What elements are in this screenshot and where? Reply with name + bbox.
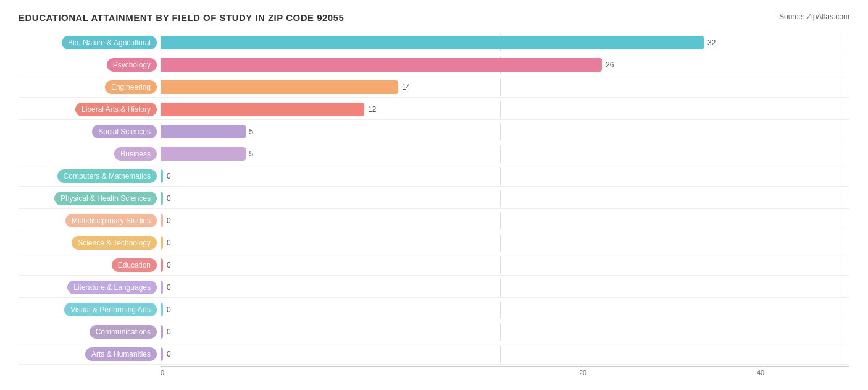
bar-row: Business5 (19, 143, 849, 164)
bar-label-text: Social Sciences (92, 125, 157, 138)
chart-source: Source: ZipAtlas.com (779, 12, 849, 21)
bar-label: Communications (19, 325, 161, 339)
bar (161, 236, 163, 250)
bar-area: 0 (161, 279, 849, 296)
bar-label: Multidisciplinary Studies (19, 214, 161, 227)
bar-label-text: Visual & Performing Arts (64, 303, 157, 316)
bar-row: Visual & Performing Arts0 (19, 299, 849, 320)
bar-area: 32 (161, 34, 849, 51)
bar-row: Multidisciplinary Studies0 (19, 210, 849, 231)
bar-row: Physical & Health Sciences0 (19, 188, 849, 209)
bar-value: 5 (249, 150, 254, 158)
x-tick: 40 (672, 369, 849, 376)
bar-label-text: Communications (90, 325, 157, 339)
bar-label-text: Computers & Mathematics (57, 169, 157, 183)
bar-value: 0 (167, 172, 171, 180)
bar-row: Bio, Nature & Agricultural32 (19, 32, 849, 53)
bar-area: 26 (161, 56, 849, 74)
x-axis: 02040 (161, 366, 849, 376)
bar (161, 125, 246, 138)
chart-container: Bio, Nature & Agricultural32Psychology26… (19, 32, 849, 376)
bar-label: Psychology (19, 58, 161, 72)
bar-label-text: Literature & Languages (67, 281, 157, 294)
bar-row: Liberal Arts & History12 (19, 99, 849, 120)
bar (161, 58, 602, 72)
bar-value: 0 (167, 261, 171, 269)
bar-row: Science & Technology0 (19, 232, 849, 253)
bar-value: 0 (167, 194, 171, 203)
bar-label-text: Psychology (107, 58, 157, 72)
bar-label-text: Physical & Health Sciences (54, 192, 157, 205)
bar-area: 0 (161, 234, 849, 252)
bar-label: Engineering (19, 80, 161, 94)
bar-value: 0 (167, 350, 171, 358)
bar-label-text: Engineering (105, 80, 157, 94)
chart-title: EDUCATIONAL ATTAINMENT BY FIELD OF STUDY… (19, 12, 344, 23)
bar (161, 258, 163, 272)
bar-row: Computers & Mathematics0 (19, 166, 849, 187)
bar-row: Literature & Languages0 (19, 277, 849, 298)
bar-label-text: Education (112, 258, 157, 272)
bar-label: Physical & Health Sciences (19, 192, 161, 205)
bar-label-text: Arts & Humanities (85, 347, 157, 361)
bar (161, 169, 163, 183)
bar-label-text: Bio, Nature & Agricultural (62, 36, 157, 49)
bar (161, 281, 163, 294)
bar-label: Bio, Nature & Agricultural (19, 36, 161, 49)
bar (161, 80, 398, 94)
bar-area: 0 (161, 323, 849, 341)
bar-value: 32 (707, 38, 716, 47)
bar-label-text: Business (114, 147, 157, 161)
bar-area: 0 (161, 190, 849, 207)
bar-row: Arts & Humanities0 (19, 344, 849, 365)
bar-value: 0 (167, 305, 171, 314)
bar-value: 0 (167, 216, 171, 225)
bar-value: 12 (368, 105, 376, 114)
bar (161, 325, 163, 339)
bar-label: Visual & Performing Arts (19, 303, 161, 316)
bar-area: 0 (161, 212, 849, 229)
bar-value: 0 (167, 283, 171, 292)
bar-label: Education (19, 258, 161, 272)
bar-row: Engineering14 (19, 77, 849, 98)
bar-row: Education0 (19, 255, 849, 276)
bar-label-text: Multidisciplinary Studies (65, 214, 157, 227)
bar-label-text: Science & Technology (72, 236, 157, 250)
bar (161, 147, 246, 161)
bar-area: 5 (161, 145, 849, 163)
bar-label: Science & Technology (19, 236, 161, 250)
bar-area: 0 (161, 167, 849, 185)
bar (161, 214, 163, 227)
bar-area: 0 (161, 301, 849, 318)
bar-area: 0 (161, 256, 849, 274)
bar-area: 0 (161, 345, 849, 363)
bar-row: Social Sciences5 (19, 121, 849, 142)
bar (161, 103, 364, 116)
bar-area: 5 (161, 123, 849, 140)
bar (161, 303, 163, 316)
x-tick: 20 (494, 369, 672, 376)
bar-chart: Bio, Nature & Agricultural32Psychology26… (19, 32, 849, 365)
bar-area: 12 (161, 101, 849, 118)
bar-label: Business (19, 147, 161, 161)
bar-row: Communications0 (19, 321, 849, 342)
bar-value: 0 (167, 328, 171, 336)
bar-label: Liberal Arts & History (19, 103, 161, 116)
bar-area: 14 (161, 78, 849, 96)
bar-label: Computers & Mathematics (19, 169, 161, 183)
bar-label-text: Liberal Arts & History (75, 103, 157, 116)
bar (161, 36, 704, 49)
bar-value: 0 (167, 239, 171, 247)
bar-value: 26 (606, 61, 614, 69)
bar (161, 347, 163, 361)
bar-value: 14 (402, 83, 410, 91)
bar-value: 5 (249, 127, 254, 136)
bar-label: Arts & Humanities (19, 347, 161, 361)
bar-label: Social Sciences (19, 125, 161, 138)
bar (161, 192, 163, 205)
bar-row: Psychology26 (19, 54, 849, 75)
bar-label: Literature & Languages (19, 281, 161, 294)
